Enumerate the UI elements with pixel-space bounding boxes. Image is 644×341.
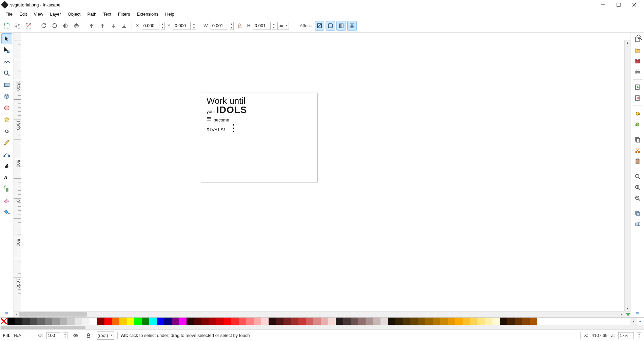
color-swatch[interactable] bbox=[500, 318, 507, 325]
node-tool[interactable] bbox=[1, 45, 12, 56]
quick-color-icon[interactable] bbox=[626, 313, 630, 316]
y-spinner[interactable]: ▲▼ bbox=[192, 22, 196, 30]
menu-view[interactable]: View bbox=[30, 10, 46, 18]
scroll-right-icon[interactable]: ▸ bbox=[619, 312, 624, 317]
3dbox-tool[interactable] bbox=[1, 91, 12, 102]
flip-vertical-button[interactable] bbox=[72, 21, 81, 31]
x-input[interactable] bbox=[142, 22, 159, 30]
rotate-cw-button[interactable] bbox=[50, 21, 59, 31]
color-swatch[interactable] bbox=[194, 318, 201, 325]
color-swatch[interactable] bbox=[246, 318, 254, 325]
palette-menu[interactable]: ◂ bbox=[637, 318, 644, 325]
toolbox-expand[interactable]: ≫ bbox=[3, 309, 11, 317]
color-swatch[interactable] bbox=[485, 318, 492, 325]
color-swatch[interactable] bbox=[388, 318, 395, 325]
color-swatch[interactable] bbox=[231, 318, 239, 325]
color-swatch[interactable] bbox=[470, 318, 477, 325]
paste-button[interactable] bbox=[633, 156, 642, 166]
color-swatch[interactable] bbox=[179, 318, 187, 325]
color-swatch[interactable] bbox=[90, 318, 97, 325]
copy-button[interactable] bbox=[633, 135, 642, 144]
color-swatch[interactable] bbox=[112, 318, 119, 325]
color-swatch[interactable] bbox=[306, 318, 313, 325]
color-swatch[interactable] bbox=[209, 318, 216, 325]
color-swatch[interactable] bbox=[216, 318, 224, 325]
color-swatch[interactable] bbox=[164, 318, 172, 325]
color-swatch[interactable] bbox=[82, 318, 90, 325]
layer-select[interactable]: (root)▼ bbox=[97, 331, 114, 340]
select-all-button[interactable] bbox=[2, 21, 12, 31]
color-swatch[interactable] bbox=[291, 318, 298, 325]
color-swatch[interactable] bbox=[22, 318, 30, 325]
affect-pattern-button[interactable] bbox=[347, 21, 357, 31]
lower-button[interactable] bbox=[109, 21, 118, 31]
menu-edit[interactable]: Edit bbox=[16, 10, 30, 18]
color-swatch[interactable] bbox=[448, 318, 455, 325]
color-swatch[interactable] bbox=[142, 318, 149, 325]
eraser-tool[interactable] bbox=[1, 195, 12, 206]
color-swatch[interactable] bbox=[522, 318, 530, 325]
color-swatch[interactable] bbox=[530, 318, 537, 325]
cut-button[interactable] bbox=[633, 146, 642, 155]
affect-gradient-button[interactable] bbox=[336, 21, 346, 31]
color-swatch[interactable] bbox=[97, 318, 104, 325]
select-all-layers-button[interactable] bbox=[13, 21, 22, 31]
opacity-input[interactable] bbox=[46, 332, 60, 339]
unit-select[interactable]: px▼ bbox=[277, 22, 289, 30]
ellipse-tool[interactable] bbox=[1, 102, 12, 113]
color-swatch[interactable] bbox=[515, 318, 522, 325]
color-swatch[interactable] bbox=[30, 318, 37, 325]
color-swatch[interactable] bbox=[7, 318, 15, 325]
color-swatch[interactable] bbox=[358, 318, 366, 325]
menu-filters[interactable]: Filters bbox=[115, 10, 133, 18]
tweak-tool[interactable] bbox=[1, 56, 12, 67]
color-swatch[interactable] bbox=[410, 318, 418, 325]
color-swatch[interactable] bbox=[254, 318, 261, 325]
color-swatch[interactable] bbox=[328, 318, 336, 325]
bucket-tool[interactable] bbox=[1, 206, 12, 217]
color-swatch[interactable] bbox=[366, 318, 373, 325]
color-swatch[interactable] bbox=[373, 318, 380, 325]
selector-tool[interactable] bbox=[1, 33, 12, 44]
zoom-tool[interactable] bbox=[1, 68, 12, 79]
layer-lock-icon[interactable] bbox=[84, 331, 93, 340]
color-swatch[interactable] bbox=[187, 318, 194, 325]
ruler-vertical[interactable]: 1500100050005001000 bbox=[14, 40, 21, 311]
color-swatch[interactable] bbox=[343, 318, 351, 325]
h-input[interactable] bbox=[253, 22, 271, 30]
raise-top-button[interactable] bbox=[87, 21, 96, 31]
menu-object[interactable]: Object bbox=[64, 10, 84, 18]
print-button[interactable] bbox=[633, 67, 642, 77]
color-swatch[interactable] bbox=[276, 318, 284, 325]
save-document-button[interactable] bbox=[633, 56, 642, 66]
color-swatch[interactable] bbox=[15, 318, 22, 325]
rectangle-tool[interactable] bbox=[1, 79, 12, 90]
color-swatch[interactable] bbox=[380, 318, 388, 325]
color-swatch[interactable] bbox=[269, 318, 276, 325]
h-spinner[interactable]: ▲▼ bbox=[272, 22, 276, 30]
redo-button[interactable] bbox=[633, 119, 642, 129]
menu-extensions[interactable]: Extensions bbox=[133, 10, 162, 18]
export-button[interactable] bbox=[633, 93, 642, 103]
w-spinner[interactable]: ▲▼ bbox=[230, 22, 234, 30]
star-tool[interactable] bbox=[1, 114, 12, 125]
clone-button[interactable] bbox=[633, 220, 642, 229]
duplicate-button[interactable] bbox=[633, 209, 642, 218]
menu-layer[interactable]: Layer bbox=[46, 10, 64, 18]
opacity-spinner[interactable]: ▲▼ bbox=[63, 332, 67, 339]
color-swatch[interactable] bbox=[284, 318, 291, 325]
deselect-button[interactable] bbox=[24, 21, 33, 31]
color-swatch[interactable] bbox=[492, 318, 500, 325]
pencil-tool[interactable] bbox=[1, 137, 12, 148]
vertical-scrollbar[interactable]: ▴ ▾ bbox=[624, 40, 630, 311]
zoom-drawing-button[interactable] bbox=[633, 183, 642, 192]
scroll-down-icon[interactable]: ▾ bbox=[625, 306, 630, 311]
zoom-corner-icon[interactable] bbox=[635, 33, 644, 42]
calligraphy-tool[interactable] bbox=[1, 160, 12, 171]
color-swatch[interactable] bbox=[149, 318, 157, 325]
rotate-ccw-button[interactable] bbox=[39, 21, 48, 31]
color-swatch[interactable] bbox=[37, 318, 45, 325]
color-swatch[interactable] bbox=[455, 318, 463, 325]
color-swatch[interactable] bbox=[440, 318, 448, 325]
canvas[interactable]: Work until your IDOLS ≡ become RIVALS! ⋮ bbox=[21, 40, 624, 311]
